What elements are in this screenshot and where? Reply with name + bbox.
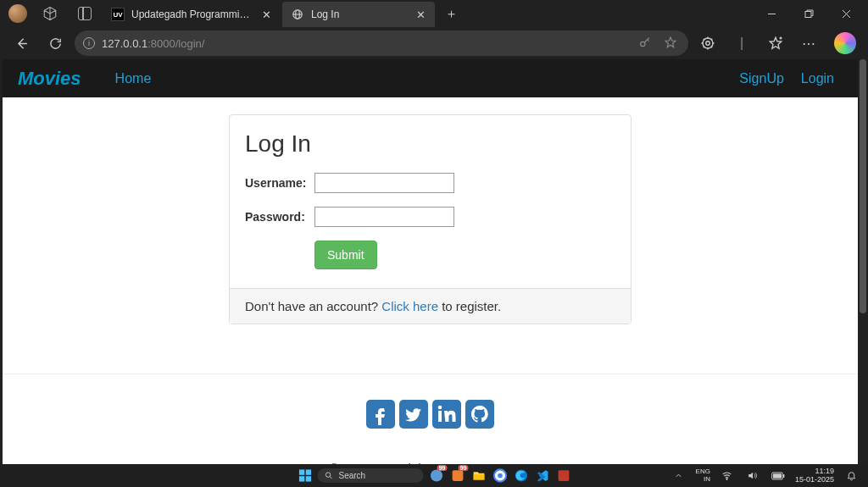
svg-rect-24 bbox=[473, 474, 484, 479]
svg-rect-17 bbox=[305, 469, 310, 474]
svg-rect-23 bbox=[452, 470, 463, 481]
svg-line-21 bbox=[330, 477, 331, 479]
url-text: 127.0.0.1:8000/login/ bbox=[102, 37, 629, 50]
clock[interactable]: 11:19 15-01-2025 bbox=[795, 468, 834, 484]
favicon-globe-icon bbox=[291, 8, 304, 21]
svg-point-14 bbox=[438, 406, 442, 410]
nav-signup-link[interactable]: SignUp bbox=[731, 71, 792, 86]
copilot-icon[interactable] bbox=[834, 32, 856, 54]
brand-logo[interactable]: Movies bbox=[18, 68, 81, 90]
nav-login-link[interactable]: Login bbox=[793, 71, 843, 86]
workspaces-icon[interactable] bbox=[42, 6, 58, 21]
password-key-icon[interactable] bbox=[636, 36, 654, 52]
username-input[interactable] bbox=[314, 173, 454, 193]
svg-point-27 bbox=[498, 473, 503, 479]
url-input[interactable]: i 127.0.0.1:8000/login/ bbox=[75, 30, 688, 56]
start-button[interactable] bbox=[297, 468, 314, 484]
tab-close-button[interactable]: ✕ bbox=[260, 8, 272, 20]
svg-rect-33 bbox=[783, 474, 784, 478]
tray-chevron-icon[interactable] bbox=[670, 468, 687, 484]
password-label: Password: bbox=[245, 210, 314, 224]
taskbar-search[interactable]: Search bbox=[318, 468, 424, 483]
extensions-icon[interactable] bbox=[693, 29, 722, 58]
site-info-icon[interactable]: i bbox=[83, 37, 95, 49]
windows-taskbar: Search 99 99 ENG IN bbox=[0, 464, 868, 487]
twitter-icon[interactable] bbox=[399, 400, 428, 429]
favorites-icon[interactable] bbox=[761, 29, 790, 58]
svg-point-9 bbox=[706, 42, 710, 46]
submit-button[interactable]: Submit bbox=[314, 241, 377, 269]
svg-rect-18 bbox=[298, 476, 303, 481]
svg-rect-16 bbox=[298, 469, 303, 474]
volume-icon[interactable] bbox=[744, 468, 761, 484]
tab-close-button[interactable]: ✕ bbox=[415, 8, 426, 20]
login-card: Log In Username: Password: Submit Don't … bbox=[229, 114, 632, 324]
svg-rect-13 bbox=[438, 411, 442, 422]
register-link[interactable]: Click here bbox=[381, 299, 438, 313]
tab-title: Log In bbox=[311, 8, 408, 20]
close-window-button[interactable] bbox=[827, 0, 865, 27]
taskbar-app-2[interactable]: 99 bbox=[449, 468, 466, 484]
taskbar-app-1[interactable]: 99 bbox=[428, 468, 445, 484]
language-indicator[interactable]: ENG IN bbox=[696, 468, 710, 484]
svg-rect-4 bbox=[805, 11, 811, 17]
main-content: Log In Username: Password: Submit Don't … bbox=[3, 97, 858, 341]
site-footer: © 2025 Copyright: UPDATEHADHA bbox=[3, 374, 858, 464]
svg-rect-32 bbox=[773, 473, 782, 478]
browser-titlebar: UV Updategadh Programming - Upd ✕ Log In… bbox=[0, 0, 868, 27]
divider: | bbox=[727, 29, 756, 58]
minimize-button[interactable] bbox=[753, 0, 790, 27]
svg-rect-19 bbox=[305, 476, 310, 481]
site-navbar: Movies Home SignUp Login bbox=[3, 59, 858, 97]
taskbar-chrome[interactable] bbox=[492, 468, 509, 484]
browser-tab-login[interactable]: Log In ✕ bbox=[282, 2, 435, 27]
browser-address-bar: i 127.0.0.1:8000/login/ | ⋯ bbox=[0, 27, 868, 59]
window-controls bbox=[753, 0, 865, 27]
password-input[interactable] bbox=[314, 207, 454, 227]
login-heading: Log In bbox=[245, 130, 615, 158]
taskbar-edge[interactable] bbox=[513, 468, 530, 484]
browser-tab-updategadh[interactable]: UV Updategadh Programming - Upd ✕ bbox=[103, 2, 281, 27]
tab-title: Updategadh Programming - Upd bbox=[131, 8, 253, 20]
taskbar-vscode[interactable] bbox=[534, 468, 551, 484]
back-button[interactable] bbox=[7, 29, 36, 58]
more-menu-icon[interactable]: ⋯ bbox=[795, 29, 824, 58]
svg-point-30 bbox=[726, 479, 727, 479]
page-viewport: Movies Home SignUp Login Log In Username… bbox=[3, 59, 858, 464]
new-tab-button[interactable]: ＋ bbox=[439, 2, 463, 25]
svg-rect-29 bbox=[558, 470, 569, 481]
facebook-icon[interactable] bbox=[366, 400, 395, 429]
battery-icon[interactable] bbox=[770, 468, 787, 484]
svg-point-22 bbox=[430, 469, 442, 481]
taskbar-explorer[interactable] bbox=[470, 468, 487, 484]
taskbar-app-red[interactable] bbox=[555, 468, 572, 484]
svg-point-7 bbox=[641, 42, 645, 46]
linkedin-icon[interactable] bbox=[432, 400, 461, 429]
favorite-star-icon[interactable] bbox=[661, 36, 680, 52]
wifi-icon[interactable] bbox=[719, 468, 736, 484]
username-label: Username: bbox=[245, 176, 314, 190]
nav-home-link[interactable]: Home bbox=[107, 71, 160, 86]
notifications-icon[interactable] bbox=[843, 468, 860, 484]
github-icon[interactable] bbox=[465, 400, 494, 429]
scrollbar[interactable] bbox=[860, 59, 866, 313]
favicon-uv-icon: UV bbox=[111, 8, 125, 21]
maximize-button[interactable] bbox=[790, 0, 827, 27]
tab-actions-icon[interactable] bbox=[78, 7, 92, 20]
login-card-footer: Don't have an account? Click here to reg… bbox=[230, 288, 631, 324]
profile-avatar[interactable] bbox=[8, 4, 27, 23]
svg-rect-15 bbox=[465, 400, 494, 429]
refresh-button[interactable] bbox=[41, 29, 70, 58]
svg-point-20 bbox=[326, 473, 331, 478]
